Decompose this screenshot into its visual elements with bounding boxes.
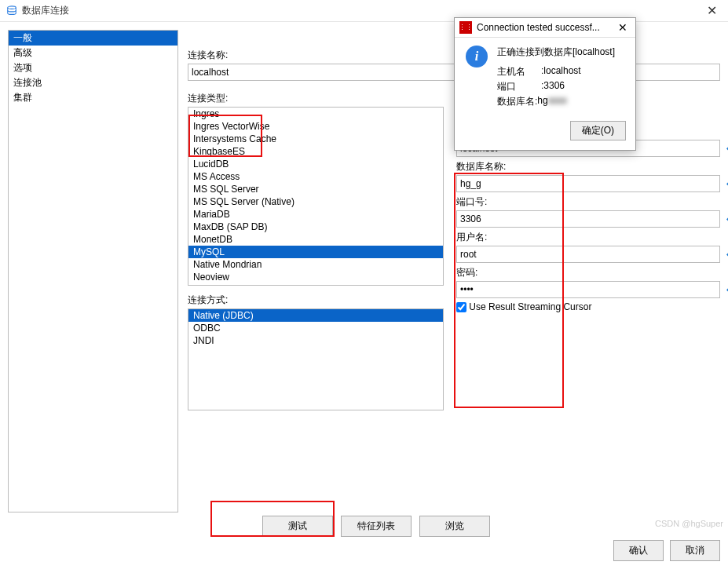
footer-buttons: 确认 取消 <box>613 540 720 561</box>
close-icon[interactable]: ✕ <box>615 21 631 34</box>
conn-type-item[interactable]: MS SQL Server <box>188 183 443 195</box>
conn-type-item[interactable]: MaxDB (SAP DB) <box>188 221 443 233</box>
cursor-checkbox[interactable] <box>456 302 466 312</box>
cursor-checkbox-row: Use Result Streaming Cursor <box>456 301 720 312</box>
dialog-ok-button[interactable]: 确定(O) <box>570 121 626 140</box>
sidebar-item-label: 高级 <box>13 47 32 58</box>
sidebar-item-cluster[interactable]: 集群 <box>9 90 177 105</box>
dialog-message: 正确连接到数据库[localhost] <box>497 46 627 59</box>
conn-type-item[interactable]: LucidDB <box>188 158 443 170</box>
db-input[interactable] <box>456 175 720 192</box>
test-button[interactable]: 测试 <box>262 516 333 537</box>
sidebar-item-label: 一般 <box>13 32 32 43</box>
conn-type-item[interactable]: MS Access <box>188 170 443 183</box>
access-item[interactable]: JNDI <box>188 334 443 347</box>
dialog-text: 正确连接到数据库[localhost] 主机名 : localhost 端口 :… <box>497 46 627 110</box>
dialog-titlebar: ⋮⋮ Connection tested successf... ✕ <box>455 18 635 38</box>
test-result-dialog: ⋮⋮ Connection tested successf... ✕ i 正确连… <box>454 17 636 151</box>
ok-button[interactable]: 确认 <box>613 540 664 561</box>
sidebar-item-label: 集群 <box>13 92 32 103</box>
sidebar-item-options[interactable]: 选项 <box>9 60 177 75</box>
dialog-db-value: hg <box>537 95 547 108</box>
features-button[interactable]: 特征列表 <box>341 516 412 537</box>
sidebar: 一般 高级 选项 连接池 集群 <box>8 30 178 512</box>
conn-type-item[interactable]: MariaDB <box>188 208 443 221</box>
app-icon: ⋮⋮ <box>459 21 472 34</box>
conn-type-item[interactable]: Ingres VectorWise <box>188 120 443 133</box>
conn-type-item[interactable]: Ingres <box>188 108 443 120</box>
dialog-title: Connection tested successf... <box>477 22 615 33</box>
cancel-button[interactable]: 取消 <box>670 540 720 561</box>
window-title: 数据库连接 <box>22 4 702 17</box>
dialog-body: i 正确连接到数据库[localhost] 主机名 : localhost 端口… <box>455 38 635 115</box>
pass-label: 密码: <box>456 266 720 279</box>
conn-type-item[interactable]: Neoview <box>188 271 443 283</box>
conn-type-item[interactable]: Intersystems Cache <box>188 133 443 145</box>
browse-button[interactable]: 浏览 <box>419 516 490 537</box>
sidebar-item-pool[interactable]: 连接池 <box>9 75 177 90</box>
conn-type-item[interactable]: MS SQL Server (Native) <box>188 195 443 208</box>
dialog-host-value: localhost <box>543 65 580 78</box>
dialog-port-label: 端口 <box>497 80 541 93</box>
conn-type-item[interactable]: MonetDB <box>188 233 443 246</box>
conn-type-item[interactable]: Native Mondrian <box>188 258 443 271</box>
svg-point-0 <box>8 5 16 9</box>
sidebar-item-general[interactable]: 一般 <box>9 31 177 46</box>
sidebar-item-advanced[interactable]: 高级 <box>9 46 177 60</box>
dialog-footer: 确定(O) <box>455 115 635 150</box>
dialog-db-label: 数据库名: <box>497 95 537 108</box>
db-label: 数据库名称: <box>456 160 720 173</box>
center-button-row: 测试 特征列表 浏览 <box>262 516 490 537</box>
dialog-port-value: 3306 <box>543 80 565 93</box>
content-panel: 连接名称: 连接类型: IngresIngres VectorWiseInter… <box>178 30 720 512</box>
blurred-text: xxxx <box>548 95 567 108</box>
port-input[interactable] <box>456 210 720 228</box>
port-label: 端口号: <box>456 195 720 209</box>
user-input[interactable] <box>456 246 720 263</box>
access-item[interactable]: Native (JDBC) <box>188 309 443 322</box>
cursor-label: Use Result Streaming Cursor <box>469 301 591 312</box>
conn-type-list[interactable]: IngresIngres VectorWiseIntersystems Cach… <box>188 107 444 286</box>
sidebar-item-label: 选项 <box>13 62 32 73</box>
conn-type-item[interactable]: MySQL <box>188 246 443 258</box>
user-label: 用户名: <box>456 231 720 244</box>
database-icon <box>6 5 17 16</box>
access-item[interactable]: ODBC <box>188 322 443 334</box>
access-label: 连接方式: <box>188 294 444 307</box>
dialog-host-label: 主机名 <box>497 65 541 78</box>
sidebar-item-label: 连接池 <box>13 77 42 88</box>
watermark: CSDN @hgSuper <box>655 519 723 528</box>
close-icon[interactable]: ✕ <box>702 3 722 18</box>
pass-input[interactable] <box>456 281 720 298</box>
conn-type-item[interactable]: KingbaseES <box>188 145 443 158</box>
access-list[interactable]: Native (JDBC)ODBCJNDI <box>188 308 444 410</box>
info-icon: i <box>466 46 488 67</box>
